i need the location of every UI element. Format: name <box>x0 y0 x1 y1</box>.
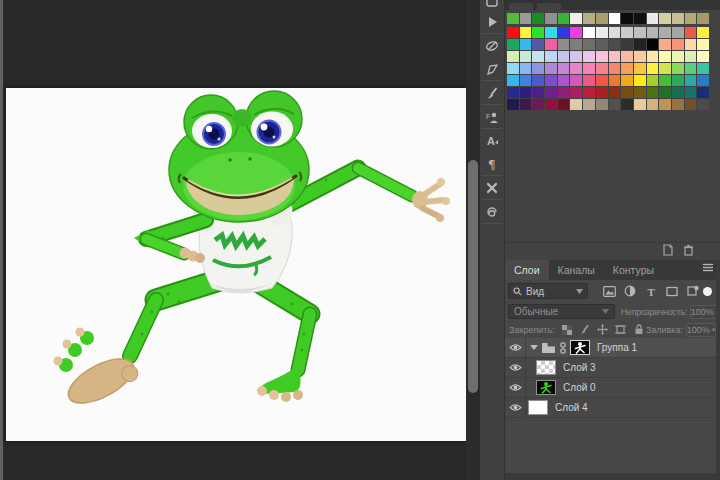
swatch-cell[interactable] <box>583 99 595 110</box>
swatch-cell[interactable] <box>558 51 570 62</box>
layer-name[interactable]: Слой 0 <box>563 382 596 393</box>
swatch-cell[interactable] <box>647 63 659 74</box>
swatch-cell[interactable] <box>583 13 595 24</box>
group-mask-thumbnail[interactable] <box>570 340 590 355</box>
swatch-cell[interactable] <box>596 13 608 24</box>
document-canvas[interactable] <box>6 88 466 441</box>
swatch-cell[interactable] <box>596 99 608 110</box>
swatch-cell[interactable] <box>583 39 595 50</box>
swatch-cell[interactable] <box>520 51 532 62</box>
layer-row-group[interactable]: Группа 1 <box>505 338 716 358</box>
swatch-cell[interactable] <box>647 87 659 98</box>
swatch-cell[interactable] <box>545 99 557 110</box>
swatch-cell[interactable] <box>672 99 684 110</box>
layer-row[interactable]: Слой 0 <box>505 378 716 398</box>
paragraph-panel-icon[interactable]: ¶ <box>480 152 504 175</box>
swatch-cell[interactable] <box>596 27 608 38</box>
swatch-cell[interactable] <box>672 39 684 50</box>
swatch-cell[interactable] <box>570 27 582 38</box>
layer-name[interactable]: Группа 1 <box>597 342 637 353</box>
swatch-cell[interactable] <box>558 63 570 74</box>
visibility-toggle[interactable] <box>505 398 526 418</box>
swatch-cell[interactable] <box>558 87 570 98</box>
swatch-cell[interactable] <box>697 99 709 110</box>
swatch-cell[interactable] <box>647 39 659 50</box>
swatch-cell[interactable] <box>659 39 671 50</box>
swatch-cell[interactable] <box>621 51 633 62</box>
swatch-cell[interactable] <box>659 13 671 24</box>
lock-transparency-icon[interactable] <box>561 324 573 336</box>
swatch-cell[interactable] <box>647 51 659 62</box>
properties-panel-icon[interactable] <box>480 34 504 57</box>
swatch-cell[interactable] <box>697 75 709 86</box>
swatch-cell[interactable] <box>609 27 621 38</box>
swatch-cell[interactable] <box>507 63 519 74</box>
swatch-cell[interactable] <box>634 51 646 62</box>
filter-smart-object-icon[interactable] <box>686 284 700 298</box>
clone-source-panel-icon[interactable]: F <box>480 105 504 128</box>
group-expand-chevron[interactable] <box>530 345 538 350</box>
lock-artboard-icon[interactable] <box>615 324 627 336</box>
swatch-cell[interactable] <box>596 51 608 62</box>
swatch-cell[interactable] <box>532 99 544 110</box>
swatch-cell[interactable] <box>672 27 684 38</box>
swatch-cell[interactable] <box>685 87 697 98</box>
swatch-cell[interactable] <box>507 39 519 50</box>
swatch-cell[interactable] <box>596 75 608 86</box>
blend-mode-dropdown[interactable]: Обычные <box>508 304 615 319</box>
layer-thumbnail-frog[interactable] <box>536 380 556 395</box>
swatch-cell[interactable] <box>532 51 544 62</box>
swatch-cell[interactable] <box>558 99 570 110</box>
swatch-cell[interactable] <box>609 51 621 62</box>
layer-thumbnail-white[interactable] <box>528 400 548 415</box>
swatch-cell[interactable] <box>697 39 709 50</box>
swatch-cell[interactable] <box>659 63 671 74</box>
swatch-cell[interactable] <box>685 39 697 50</box>
collapsed-panel-partial-icon[interactable] <box>480 0 504 10</box>
swatch-cell[interactable] <box>545 13 557 24</box>
swatch-cell[interactable] <box>634 63 646 74</box>
swatch-cell[interactable] <box>621 39 633 50</box>
swatch-cell[interactable] <box>520 13 532 24</box>
filter-type-layers-icon[interactable]: T <box>644 284 658 298</box>
swatch-cell[interactable] <box>685 51 697 62</box>
swatch-cell[interactable] <box>685 13 697 24</box>
swatch-cell[interactable] <box>545 51 557 62</box>
swatch-cell[interactable] <box>659 87 671 98</box>
tab-paths[interactable]: Контуры <box>604 260 663 280</box>
swatch-cell[interactable] <box>697 27 709 38</box>
filter-pixel-layers-icon[interactable] <box>602 284 616 298</box>
swatch-cell[interactable] <box>532 27 544 38</box>
panel-tab-stub[interactable] <box>509 3 533 10</box>
swatch-cell[interactable] <box>583 75 595 86</box>
swatch-cell[interactable] <box>520 27 532 38</box>
swatch-cell[interactable] <box>520 99 532 110</box>
character-panel-icon[interactable]: A <box>480 129 504 152</box>
actions-panel-icon[interactable] <box>480 10 504 33</box>
swatch-cell[interactable] <box>621 63 633 74</box>
swatch-cell[interactable] <box>634 75 646 86</box>
swatch-cell[interactable] <box>609 87 621 98</box>
cross-tools-panel-icon[interactable] <box>480 176 504 199</box>
lock-position-icon[interactable] <box>597 324 609 336</box>
swatch-cell[interactable] <box>647 99 659 110</box>
swatch-cell[interactable] <box>672 87 684 98</box>
swatch-cell[interactable] <box>545 27 557 38</box>
tab-channels[interactable]: Каналы <box>549 260 604 280</box>
swatch-cell[interactable] <box>697 13 709 24</box>
swatch-cell[interactable] <box>634 39 646 50</box>
fill-value-box[interactable]: 100% ▾ <box>686 323 716 337</box>
swatch-cell[interactable] <box>685 27 697 38</box>
swatch-cell[interactable] <box>609 13 621 24</box>
visibility-toggle[interactable] <box>505 358 526 378</box>
swatch-cell[interactable] <box>507 75 519 86</box>
layer-thumbnail-transparent[interactable] <box>536 360 556 375</box>
styles-panel-icon[interactable] <box>480 57 504 80</box>
swatch-cell[interactable] <box>685 63 697 74</box>
swatch-cell[interactable] <box>507 13 519 24</box>
lock-pixels-brush-icon[interactable] <box>579 324 591 336</box>
swatch-cell[interactable] <box>596 39 608 50</box>
swatch-cell[interactable] <box>659 99 671 110</box>
swatch-cell[interactable] <box>583 51 595 62</box>
swatch-cell[interactable] <box>558 75 570 86</box>
